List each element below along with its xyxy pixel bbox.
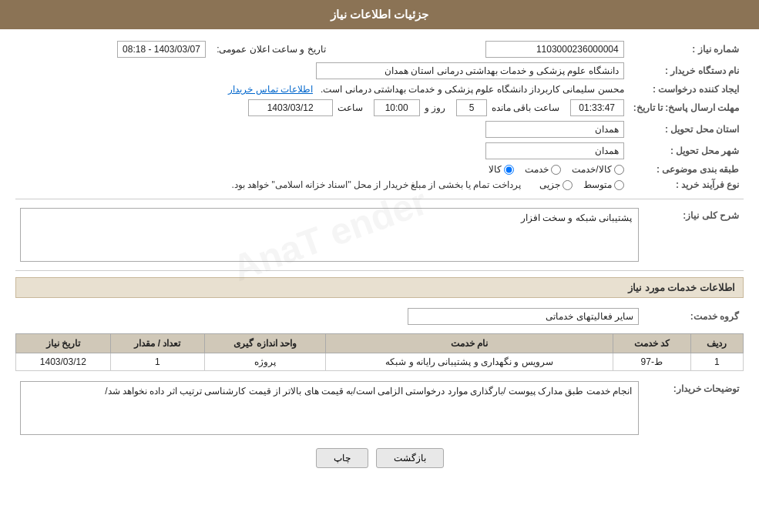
radio-jozi[interactable]: جزیی	[539, 179, 573, 190]
need-number-label: شماره نیاز :	[629, 38, 744, 60]
radio-moto-label: متوسط	[583, 179, 612, 190]
remaining-label: ساعت باقی مانده	[492, 102, 559, 113]
province-label: استان محل تحویل :	[629, 119, 744, 140]
page-header: جزئیات اطلاعات نیاز	[0, 0, 759, 29]
province-value: همدان	[485, 121, 624, 138]
send-date-label: مهلت ارسال پاسخ: تا تاریخ:	[629, 97, 744, 119]
back-button[interactable]: بازگشت	[376, 448, 444, 468]
print-button[interactable]: چاپ	[316, 448, 368, 468]
creator-label: ایجاد کننده درخواست :	[629, 82, 744, 97]
buyer-notes-box: انجام خدمت طبق مدارک پیوست /بارگذاری موا…	[20, 381, 639, 435]
need-number-value: 1103000236000004	[485, 41, 624, 58]
city-value: همدان	[485, 142, 624, 159]
services-section-title: اطلاعات خدمات مورد نیاز	[15, 277, 744, 298]
col-header-date: تاریخ نیاز	[16, 334, 111, 353]
buyer-name-value: دانشگاه علوم پزشکی و خدمات بهداشتی درمان…	[316, 62, 624, 79]
send-date-value: 1403/03/12	[248, 99, 333, 116]
watermark: AnaT ender	[227, 180, 432, 289]
general-desc-value: پشتیبانی شبکه و سخت افزار	[521, 212, 632, 223]
send-days-label: روز و	[425, 102, 445, 113]
creator-link[interactable]: اطلاعات تماس خریدار	[228, 84, 313, 95]
col-header-unit: واحد اندازه گیری	[205, 334, 326, 353]
send-time-value: 10:00	[374, 99, 420, 116]
radio-kala[interactable]: کالا	[489, 164, 514, 175]
col-header-row: ردیف	[690, 334, 743, 353]
radio-moto[interactable]: متوسط	[583, 179, 624, 190]
creator-value: محسن سلیمانی کاربرداز دانشگاه علوم پزشکی…	[321, 84, 624, 95]
buyer-notes-label: توضیحات خریدار:	[643, 379, 744, 437]
general-desc-box: AnaT ender پشتیبانی شبکه و سخت افزار	[20, 208, 639, 262]
service-group-label: گروه خدمت:	[643, 306, 744, 327]
process-label: نوع فرآیند خرید :	[629, 177, 744, 192]
radio-khedmat[interactable]: خدمت	[525, 164, 561, 175]
service-group-value: سایر فعالیتهای خدماتی	[408, 308, 639, 325]
remaining-value: 01:33:47	[570, 99, 624, 116]
services-table: ردیف کد خدمت نام خدمت واحد اندازه گیری ت…	[15, 333, 744, 371]
radio-jozi-label: جزیی	[539, 179, 560, 190]
col-header-code: کد خدمت	[613, 334, 690, 353]
divider-1	[15, 199, 744, 199]
page-title: جزئیات اطلاعات نیاز	[331, 8, 428, 21]
col-header-name: نام خدمت	[326, 334, 613, 353]
city-label: شهر محل تحویل :	[629, 140, 744, 162]
radio-kala-label: کالا	[489, 164, 502, 175]
public-date-value: 1403/03/07 - 08:18	[117, 41, 206, 58]
col-header-qty: تعداد / مقدار	[110, 334, 205, 353]
send-time-label: ساعت	[338, 102, 363, 113]
button-row: بازگشت چاپ	[15, 448, 744, 468]
table-row: 1ط-97سرویس و نگهداری و پشتیبانی رایانه و…	[16, 353, 744, 371]
divider-2	[15, 270, 744, 271]
buyer-notes-value: انجام خدمت طبق مدارک پیوست /بارگذاری موا…	[105, 386, 632, 396]
buyer-name-label: نام دستگاه خریدار :	[629, 60, 744, 82]
process-desc: پرداخت تمام یا بخشی از مبلغ خریدار از مح…	[231, 179, 520, 190]
public-date-label: تاریخ و ساعت اعلان عمومی:	[217, 44, 326, 55]
radio-khedmat-label: خدمت	[525, 164, 549, 175]
general-desc-label: شرح کلی نیاز:	[643, 206, 744, 264]
send-days-value: 5	[456, 99, 487, 116]
category-label: طبقه بندی موضوعی :	[629, 162, 744, 177]
radio-kala-khedmat[interactable]: کالا/خدمت	[572, 164, 623, 175]
radio-kala-khedmat-label: کالا/خدمت	[572, 164, 611, 175]
